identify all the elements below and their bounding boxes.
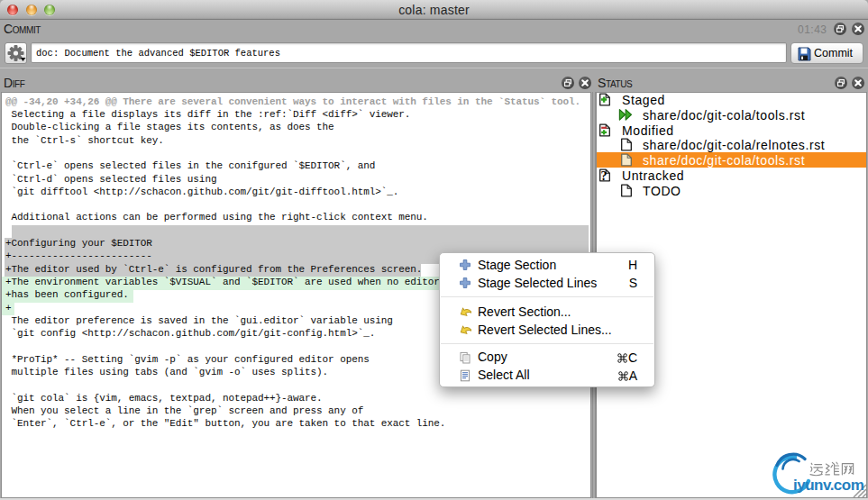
svg-text:?: ?: [600, 169, 607, 182]
